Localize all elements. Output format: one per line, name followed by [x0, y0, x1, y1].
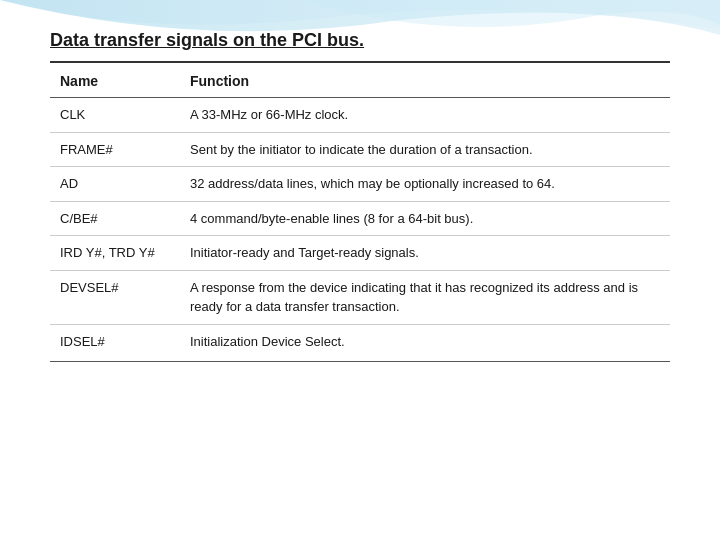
table-row: FRAME#Sent by the initiator to indicate …	[50, 132, 670, 167]
main-content: Data transfer signals on the PCI bus. Na…	[0, 0, 720, 382]
cell-name: IDSEL#	[50, 324, 180, 362]
cell-function: Sent by the initiator to indicate the du…	[180, 132, 670, 167]
table-row: CLKA 33-MHz or 66-MHz clock.	[50, 98, 670, 133]
data-table: Name Function CLKA 33-MHz or 66-MHz cloc…	[50, 63, 670, 362]
cell-name: C/BE#	[50, 201, 180, 236]
cell-function: 4 command/byte-enable lines (8 for a 64-…	[180, 201, 670, 236]
cell-function: 32 address/data lines, which may be opti…	[180, 167, 670, 202]
table-row: AD32 address/data lines, which may be op…	[50, 167, 670, 202]
cell-name: AD	[50, 167, 180, 202]
col-header-name: Name	[50, 63, 180, 98]
page-title: Data transfer signals on the PCI bus.	[50, 30, 670, 51]
cell-function: A 33-MHz or 66-MHz clock.	[180, 98, 670, 133]
cell-name: CLK	[50, 98, 180, 133]
cell-name: IRD Y#, TRD Y#	[50, 236, 180, 271]
table-row: IDSEL#Initialization Device Select.	[50, 324, 670, 362]
col-header-function: Function	[180, 63, 670, 98]
cell-function: Initiator-ready and Target-ready signals…	[180, 236, 670, 271]
table-header-row: Name Function	[50, 63, 670, 98]
table-row: C/BE#4 command/byte-enable lines (8 for …	[50, 201, 670, 236]
cell-function: Initialization Device Select.	[180, 324, 670, 362]
table-row: DEVSEL#A response from the device indica…	[50, 270, 670, 324]
cell-function: A response from the device indicating th…	[180, 270, 670, 324]
cell-name: FRAME#	[50, 132, 180, 167]
table-row: IRD Y#, TRD Y#Initiator-ready and Target…	[50, 236, 670, 271]
cell-name: DEVSEL#	[50, 270, 180, 324]
